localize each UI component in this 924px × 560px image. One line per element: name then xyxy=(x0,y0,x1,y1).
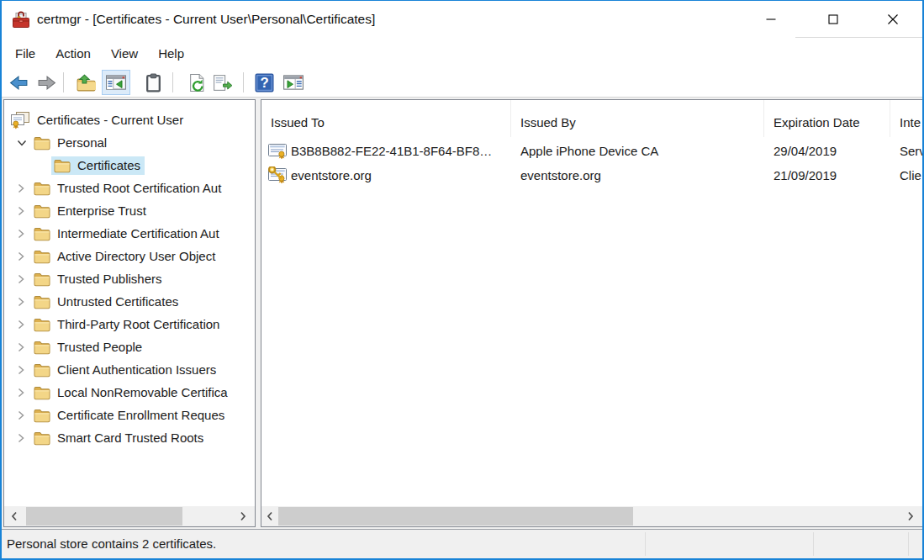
minimize-button[interactable] xyxy=(751,1,791,38)
tree-item-trusted-root-certification-authorities[interactable]: Trusted Root Certification Aut xyxy=(4,177,255,199)
tree-item-trusted-publishers[interactable]: Trusted Publishers xyxy=(4,267,255,290)
back-button[interactable] xyxy=(6,70,31,95)
chevron-right-icon[interactable] xyxy=(13,433,31,443)
console-tree-pane: Certificates - Current User Personal Cer… xyxy=(3,99,256,527)
folder-icon xyxy=(53,158,71,173)
list-horizontal-scrollbar[interactable] xyxy=(261,506,922,526)
folder-icon xyxy=(33,408,51,423)
refresh-icon xyxy=(187,73,207,92)
cell-issued-to: eventstore.org xyxy=(291,168,372,182)
menu-bar: File Action View Help xyxy=(2,40,922,67)
chevron-right-icon[interactable] xyxy=(13,297,31,307)
help-icon xyxy=(255,73,274,92)
tree-horizontal-scrollbar[interactable] xyxy=(4,506,255,526)
table-row[interactable]: eventstore.org eventstore.org 21/09/2019… xyxy=(261,163,922,188)
tree-item-certificate-enrollment-requests[interactable]: Certificate Enrollment Reques xyxy=(4,404,255,426)
scrollbar-thumb[interactable] xyxy=(278,507,633,526)
scroll-left-arrow[interactable] xyxy=(4,506,24,526)
status-separator xyxy=(908,532,909,556)
tree-item-label: Untrusted Certificates xyxy=(57,294,178,309)
export-list-button[interactable] xyxy=(209,70,235,95)
chevron-right-icon[interactable] xyxy=(13,388,31,398)
cell-issued-by: Apple iPhone Device CA xyxy=(511,144,764,158)
export-list-icon xyxy=(212,74,233,92)
menu-file[interactable]: File xyxy=(5,43,45,64)
tree-item-active-directory-user-object[interactable]: Active Directory User Object xyxy=(4,245,255,267)
forward-button[interactable] xyxy=(34,70,59,95)
show-console-tree-button[interactable] xyxy=(102,70,130,95)
chevron-right-icon[interactable] xyxy=(13,229,31,239)
window-title: certmgr - [Certificates - Current User\P… xyxy=(37,12,375,27)
help-button[interactable] xyxy=(251,70,277,95)
tree-item-label: Trusted People xyxy=(57,340,142,354)
column-header-expiration-date[interactable]: Expiration Date xyxy=(764,100,890,137)
chevron-down-icon[interactable] xyxy=(13,139,31,147)
menu-view[interactable]: View xyxy=(101,43,148,64)
scroll-right-arrow[interactable] xyxy=(900,506,921,526)
show-action-pane-button[interactable] xyxy=(281,70,306,95)
folder-icon xyxy=(33,317,51,332)
chevron-right-icon[interactable] xyxy=(13,251,31,262)
certificate-list: B3B8B882-FE22-41B1-8F64-BF8… Apple iPhon… xyxy=(261,139,922,188)
tree-item-intermediate-certification-authorities[interactable]: Intermediate Certification Aut xyxy=(4,222,255,245)
back-arrow-icon xyxy=(9,75,29,91)
tree-item-label: Trusted Publishers xyxy=(57,272,162,286)
tree-item-certificates-current-user[interactable]: Certificates - Current User xyxy=(4,108,255,131)
chevron-right-icon[interactable] xyxy=(13,206,31,216)
title-bar: certmgr - [Certificates - Current User\P… xyxy=(2,1,922,40)
tree-item-local-nonremovable-certificates[interactable]: Local NonRemovable Certifica xyxy=(4,381,255,404)
certificate-list-pane: Issued To Issued By Expiration Date Inte… xyxy=(261,99,922,527)
chevron-right-icon[interactable] xyxy=(13,410,31,420)
tree-item-untrusted-certificates[interactable]: Untrusted Certificates xyxy=(4,290,255,313)
chevron-right-icon[interactable] xyxy=(13,342,31,352)
selected-tree-item[interactable]: Certificates xyxy=(51,156,145,175)
folder-up-icon xyxy=(76,74,97,92)
tree-item-label: Certificates xyxy=(77,158,140,172)
tree-item-label: Client Authentication Issuers xyxy=(57,362,216,377)
forward-arrow-icon xyxy=(37,75,56,91)
scrollbar-thumb[interactable] xyxy=(26,507,182,526)
column-header-intended-purposes[interactable]: Inte xyxy=(890,100,922,137)
chevron-right-icon[interactable] xyxy=(13,183,31,193)
tree-item-third-party-root-certification[interactable]: Third-Party Root Certification xyxy=(4,313,255,335)
tree-item-trusted-people[interactable]: Trusted People xyxy=(4,335,255,358)
scroll-left-arrow[interactable] xyxy=(261,506,278,526)
cell-intended-purposes: Clie xyxy=(890,168,922,182)
tree-item-client-authentication-issuers[interactable]: Client Authentication Issuers xyxy=(4,358,255,381)
tree-item-label: Smart Card Trusted Roots xyxy=(57,431,203,445)
certificate-icon xyxy=(267,142,288,160)
tree-item-label: Active Directory User Object xyxy=(57,249,215,263)
up-one-level-button[interactable] xyxy=(73,70,98,95)
menu-action[interactable]: Action xyxy=(45,43,101,64)
menu-help[interactable]: Help xyxy=(148,43,194,64)
chevron-right-icon[interactable] xyxy=(13,320,31,330)
cell-expiration-date: 21/09/2019 xyxy=(764,168,890,182)
tree-item-enterprise-trust[interactable]: Enterprise Trust xyxy=(4,199,255,222)
tree-item-personal[interactable]: Personal xyxy=(4,131,255,154)
table-row[interactable]: B3B8B882-FE22-41B1-8F64-BF8… Apple iPhon… xyxy=(261,139,922,163)
console-tree-icon xyxy=(105,73,127,92)
chevron-right-icon[interactable] xyxy=(13,365,31,375)
folder-icon xyxy=(33,431,51,446)
scroll-right-arrow[interactable] xyxy=(233,506,253,526)
column-header-issued-by[interactable]: Issued By xyxy=(511,100,764,137)
clipboard-icon xyxy=(145,73,161,92)
maximize-button[interactable] xyxy=(813,1,853,38)
close-button[interactable] xyxy=(873,1,913,38)
tree-item-label: Third-Party Root Certification xyxy=(57,317,219,331)
chevron-right-icon[interactable] xyxy=(13,274,31,284)
tree-item-smart-card-trusted-roots[interactable]: Smart Card Trusted Roots xyxy=(4,426,255,449)
close-icon xyxy=(887,13,899,25)
toolbar-separator xyxy=(243,72,244,92)
properties-button[interactable] xyxy=(140,70,166,95)
maximize-icon xyxy=(828,14,838,24)
folder-icon xyxy=(33,272,51,287)
tree-item-label: Trusted Root Certification Aut xyxy=(57,181,221,195)
cell-expiration-date: 29/04/2019 xyxy=(764,144,890,158)
tree-item-certificates[interactable]: Certificates xyxy=(4,154,255,177)
column-header-issued-to[interactable]: Issued To xyxy=(261,100,511,137)
refresh-button[interactable] xyxy=(184,70,209,95)
certmgr-window: certmgr - [Certificates - Current User\P… xyxy=(0,0,924,560)
content-area: Certificates - Current User Personal Cer… xyxy=(2,98,922,529)
cell-intended-purposes: Serv xyxy=(890,144,922,158)
